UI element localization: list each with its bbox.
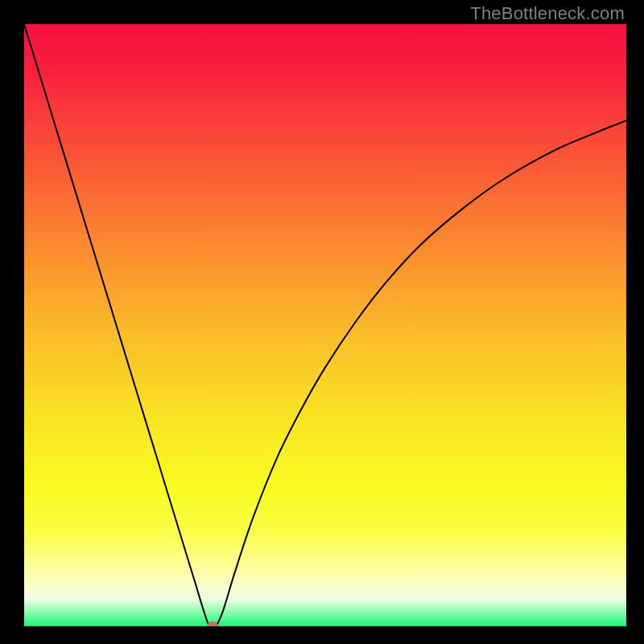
chart-frame: TheBottleneck.com [0, 0, 644, 644]
minimum-marker [207, 621, 218, 626]
plot-area [24, 24, 626, 626]
bottleneck-curve [24, 24, 626, 626]
watermark-text: TheBottleneck.com [470, 3, 625, 24]
